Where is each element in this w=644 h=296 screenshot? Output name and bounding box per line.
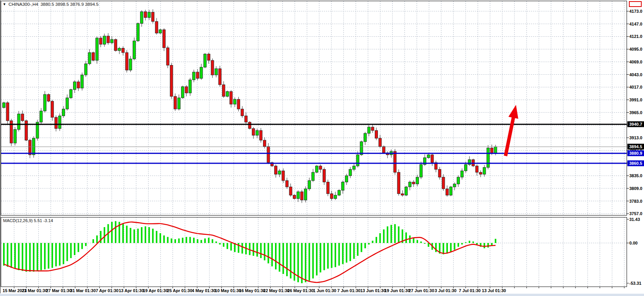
time-axis-label: 1 Jun 01:30 bbox=[313, 288, 337, 293]
time-axis-label: 19 Jun 01:30 bbox=[384, 288, 410, 293]
time-axis-label: 10 May 01:30 bbox=[215, 288, 241, 293]
price-axis-label: 3757.0 bbox=[629, 211, 642, 216]
macd-axis-label: 31.43 bbox=[629, 217, 640, 222]
candles-pane[interactable] bbox=[3, 9, 497, 203]
price-axis-label: 3809.0 bbox=[629, 186, 642, 191]
macd-axis-label: -53.31 bbox=[629, 281, 641, 286]
support1-price-badge: 3880.9 bbox=[627, 151, 644, 156]
resistance-price-badge: 3940.7 bbox=[627, 121, 644, 127]
time-axis-label: 7 Jul 01:30 bbox=[459, 288, 480, 293]
price-axis-label: 4095.0 bbox=[629, 47, 642, 51]
price-axis-label: 3913.0 bbox=[629, 135, 642, 140]
time-axis-label: 4 May 01:30 bbox=[192, 288, 216, 293]
price-axis-label: 3991.0 bbox=[629, 98, 642, 102]
bid-price-badge: 3894.5 bbox=[627, 144, 644, 150]
macd-indicator-label: MACD(12,26,9) 5.51 -3.14 bbox=[3, 218, 53, 223]
price-axis-label: 4043.0 bbox=[629, 72, 642, 77]
price-axis-label: 3783.0 bbox=[629, 199, 642, 204]
time-axis-label: 25 Apr 01:30 bbox=[167, 288, 192, 293]
price-axis-label: 4147.0 bbox=[629, 22, 642, 26]
chart-window: ▼ CHINA300-,H4 3880.5 3898.5 3876.9 3894… bbox=[0, 0, 644, 296]
price-axis-label: 3835.0 bbox=[629, 173, 642, 178]
time-axis-label: 26 May 01:30 bbox=[287, 288, 314, 293]
price-axis-label: 4069.0 bbox=[629, 60, 642, 64]
bottom-edge-strip bbox=[0, 294, 644, 296]
chart-canvas[interactable] bbox=[0, 0, 644, 296]
time-axis-label: 13 Apr 01:30 bbox=[119, 288, 144, 293]
time-axis-label: 7 Apr 01:30 bbox=[96, 288, 119, 293]
macd-pane[interactable] bbox=[4, 221, 495, 283]
time-axis-label: 16 May 01:30 bbox=[239, 288, 265, 293]
time-axis-label: 27 Mar 01:30 bbox=[46, 288, 72, 293]
time-axis-label: 27 Jun 01:30 bbox=[408, 288, 434, 293]
support2-price-badge: 3860.5 bbox=[627, 161, 644, 166]
ohlc-readout: 3880.5 3898.5 3876.9 3894.5 bbox=[41, 2, 99, 7]
time-axis-label: 22 May 01:30 bbox=[263, 288, 290, 293]
price-axis-label: 4017.0 bbox=[629, 85, 642, 89]
price-axis-label: 4121.0 bbox=[629, 34, 642, 39]
time-axis-label: 7 Jun 01:30 bbox=[337, 288, 360, 293]
price-axis-label: 3965.0 bbox=[629, 110, 642, 115]
symbol-dropdown-icon[interactable]: ▼ bbox=[3, 2, 6, 6]
time-axis-label: 13 Jul 01:30 bbox=[482, 288, 506, 293]
time-axis-label: 3 Jul 01:30 bbox=[435, 288, 456, 293]
symbol-period-label: CHINA300-,H4 bbox=[9, 2, 38, 7]
time-axis-label: 21 Mar 01:30 bbox=[22, 288, 47, 293]
top-right-marker bbox=[629, 1, 642, 7]
price-axis-label: 4173.0 bbox=[629, 9, 642, 14]
macd-axis-label: 0.00 bbox=[629, 241, 637, 245]
chart-title-bar: ▼ CHINA300-,H4 3880.5 3898.5 3876.9 3894… bbox=[3, 2, 99, 7]
time-axis-label: 31 Mar 01:30 bbox=[70, 288, 96, 293]
time-axis-label: 13 Jun 01:30 bbox=[360, 288, 386, 293]
time-axis-label: 19 Apr 01:30 bbox=[143, 288, 168, 293]
